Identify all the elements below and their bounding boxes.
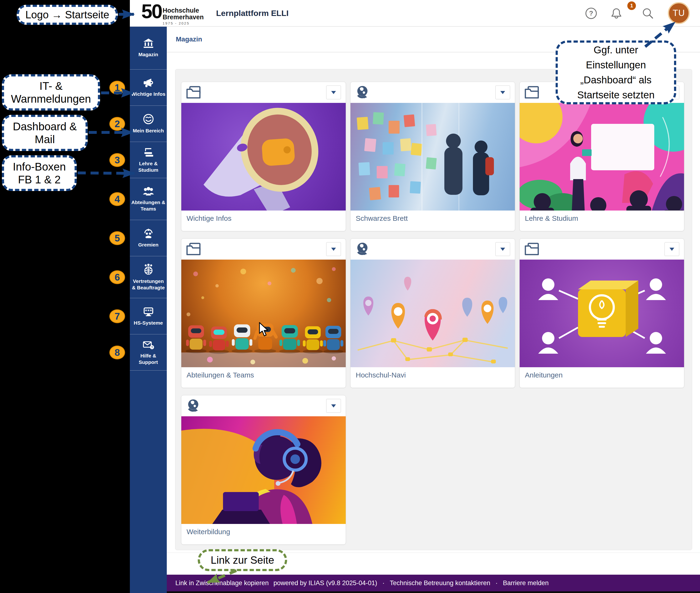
card-image-presentation[interactable] bbox=[520, 103, 684, 210]
hochschule-bremerhaven-logo[interactable]: 50 Hochschule Bremerhaven 1975 - 2025 bbox=[141, 2, 204, 25]
card-image-lightbulb[interactable] bbox=[520, 260, 684, 367]
sidebar-item-hilfe-support[interactable]: ? Hilfe & Support bbox=[130, 334, 167, 370]
megaphone-illustration bbox=[181, 103, 346, 210]
page: 50 Hochschule Bremerhaven 1975 - 2025 Le… bbox=[0, 0, 700, 593]
sidebar-item-label: Vertretungen & Beauftragte bbox=[131, 278, 166, 291]
sidebar-item-abteilungen-teams[interactable]: Abteilungen & Teams bbox=[130, 178, 167, 220]
sidebar-item-label: Magazin bbox=[139, 51, 158, 57]
card-header bbox=[181, 395, 346, 416]
chevron-down-icon bbox=[331, 404, 336, 407]
mail-question-icon: ? bbox=[142, 340, 155, 350]
annotation-number-6: 6 bbox=[109, 270, 125, 284]
annotation-dashboard-mail-callout: Dashboard & Mail bbox=[2, 115, 88, 151]
main-sidebar: Magazin Wichtige Infos Mein Bereich bbox=[130, 27, 167, 593]
sidebar-item-vertretungen-beauftragte[interactable]: Vertretungen & Beauftragte bbox=[130, 256, 167, 298]
card-anleitungen: Anleitungen bbox=[519, 238, 684, 388]
powered-by-text: powered by ILIAS (v9.8 2025-04-01) bbox=[273, 580, 377, 587]
footer-separator: · bbox=[495, 580, 498, 587]
bottom-strip bbox=[167, 591, 700, 593]
card-header bbox=[181, 82, 346, 103]
report-barrier-link[interactable]: Barriere melden bbox=[503, 580, 549, 587]
annotation-number-1: 1 bbox=[109, 81, 125, 94]
card-title-link[interactable]: Wichtige Infos bbox=[187, 214, 231, 222]
map-pins-illustration bbox=[351, 260, 515, 367]
card-image-robots[interactable] bbox=[181, 260, 346, 367]
sidebar-item-label: Gremien bbox=[138, 242, 158, 248]
card-title-link[interactable]: Weiterbildung bbox=[187, 528, 230, 536]
card-title-link[interactable]: Hochschul-Navi bbox=[356, 371, 406, 379]
sidebar-item-gremien[interactable]: Gremien bbox=[130, 220, 167, 256]
headphones-illustration bbox=[181, 416, 346, 524]
notification-count-badge: 1 bbox=[627, 1, 636, 10]
card-title-link[interactable]: Lehre & Studium bbox=[525, 214, 578, 222]
sidebar-item-label: Abteilungen & Teams bbox=[131, 199, 166, 212]
copy-permalink-link[interactable]: Link in Zwischenablage kopieren bbox=[175, 580, 269, 587]
folder-icon bbox=[524, 85, 540, 99]
sidebar-item-label: Wichtige Infos bbox=[131, 91, 165, 97]
card-actions-dropdown[interactable] bbox=[495, 85, 510, 99]
svg-text:?: ? bbox=[151, 346, 153, 349]
sidebar-item-lehre-studium[interactable]: Lehre & Studium bbox=[130, 142, 167, 178]
card-actions-dropdown[interactable] bbox=[495, 242, 510, 256]
card-image-map-pins[interactable] bbox=[351, 260, 515, 367]
help-button[interactable]: ? bbox=[584, 7, 598, 20]
smiley-icon bbox=[143, 113, 154, 125]
robots-illustration bbox=[181, 260, 346, 367]
sidebar-item-wichtige-infos[interactable]: Wichtige Infos bbox=[130, 70, 167, 106]
card-title-link[interactable]: Schwarzes Brett bbox=[356, 214, 408, 222]
repository-panel: Wichtige Infos bbox=[175, 69, 692, 550]
breadcrumb-magazin-link[interactable]: Magazin bbox=[176, 36, 202, 43]
annotation-link-callout: Link zur Seite bbox=[198, 549, 287, 571]
sidebar-item-hs-systeme[interactable]: *** HS-Systeme bbox=[130, 298, 167, 334]
chevron-down-icon bbox=[331, 91, 336, 94]
footer-bar: Link in Zwischenablage kopieren powered … bbox=[167, 575, 700, 591]
card-weiterbildung: Weiterbildung bbox=[181, 395, 346, 545]
annotation-number-2: 2 bbox=[109, 117, 125, 131]
mouse-cursor bbox=[258, 322, 270, 337]
user-avatar[interactable]: TU bbox=[668, 2, 690, 24]
card-image-stickynotes[interactable] bbox=[351, 103, 515, 210]
logo-line1: Hochschule bbox=[162, 7, 204, 14]
annotation-number-4: 4 bbox=[109, 192, 125, 206]
team-icon bbox=[142, 186, 155, 196]
notifications-button[interactable] bbox=[610, 7, 623, 20]
sidebar-item-mein-bereich[interactable]: Mein Bereich bbox=[130, 106, 167, 142]
contact-support-link[interactable]: Technische Betreuung kontaktieren bbox=[390, 580, 490, 587]
annotation-number-5: 5 bbox=[109, 231, 125, 245]
card-header bbox=[520, 239, 684, 260]
annotation-number-7: 7 bbox=[109, 309, 125, 323]
card-image-megaphone[interactable] bbox=[181, 103, 346, 210]
committee-icon bbox=[143, 228, 154, 239]
help-icon: ? bbox=[585, 7, 597, 20]
main-content: Magazin bbox=[167, 27, 700, 593]
logo-years: 1975 - 2025 bbox=[162, 21, 204, 25]
card-hochschul-navi: Hochschul-Navi bbox=[350, 238, 515, 388]
card-title-link[interactable]: Abteilungen & Teams bbox=[187, 371, 254, 379]
card-title-link[interactable]: Anleitungen bbox=[525, 371, 562, 379]
presentation-illustration bbox=[520, 103, 684, 210]
stickynotes-illustration bbox=[351, 103, 515, 210]
sidebar-item-magazin[interactable]: Magazin bbox=[130, 27, 167, 70]
annotation-number-8: 8 bbox=[109, 346, 125, 359]
lightbulb-illustration bbox=[520, 260, 684, 367]
card-actions-dropdown[interactable] bbox=[326, 85, 341, 99]
card-image-headphones[interactable] bbox=[181, 416, 346, 524]
annotation-infoboxen-callout: Info-Boxen FB 1 & 2 bbox=[2, 155, 77, 191]
search-button[interactable] bbox=[641, 7, 655, 20]
chevron-down-icon bbox=[669, 248, 674, 251]
logo-50-years: 50 bbox=[141, 2, 161, 21]
chevron-down-icon bbox=[500, 248, 505, 251]
card-header bbox=[181, 239, 346, 260]
card-wichtige-infos: Wichtige Infos bbox=[181, 82, 346, 231]
folder-icon bbox=[524, 242, 540, 256]
person-silhouette bbox=[444, 133, 463, 195]
card-actions-dropdown[interactable] bbox=[664, 242, 679, 256]
weblink-icon bbox=[355, 242, 370, 256]
footer-separator: · bbox=[382, 580, 384, 587]
person-silhouette-backpack bbox=[473, 141, 494, 195]
card-actions-dropdown[interactable] bbox=[326, 242, 341, 256]
card-actions-dropdown[interactable] bbox=[326, 399, 341, 413]
sidebar-item-label: HS-Systeme bbox=[134, 320, 163, 326]
annotation-settings-callout: Ggf. unter Einstellungen „Dashboard“ als… bbox=[556, 40, 676, 104]
sidebar-item-label: Mein Bereich bbox=[133, 128, 164, 134]
